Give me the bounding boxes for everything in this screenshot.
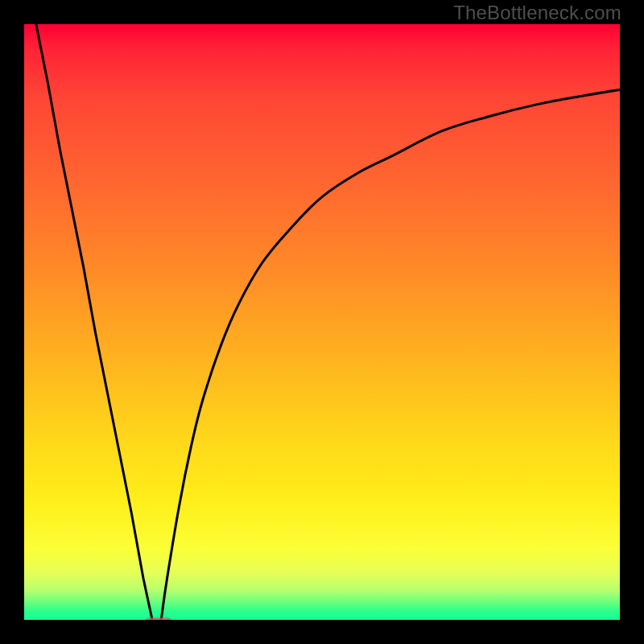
curve-left-segment — [36, 24, 152, 620]
curve-layer — [24, 24, 620, 620]
minimum-marker — [144, 617, 173, 620]
watermark-text: TheBottleneck.com — [453, 2, 621, 24]
plot-area — [24, 24, 620, 620]
curve-right-segment — [161, 89, 620, 620]
chart-frame: TheBottleneck.com — [0, 0, 644, 644]
